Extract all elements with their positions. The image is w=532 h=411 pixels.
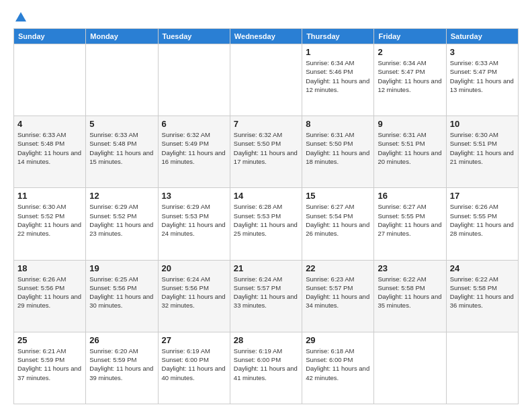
header (13, 11, 519, 23)
day-info: Sunrise: 6:22 AM Sunset: 5:58 PM Dayligh… (378, 275, 442, 310)
calendar-cell: 27Sunrise: 6:19 AM Sunset: 6:00 PM Dayli… (158, 332, 230, 404)
calendar-week-5: 25Sunrise: 6:21 AM Sunset: 5:59 PM Dayli… (14, 332, 519, 404)
page: SundayMondayTuesdayWednesdayThursdayFrid… (0, 0, 532, 411)
day-number: 2 (378, 47, 442, 57)
day-number: 16 (378, 191, 442, 201)
day-number: 20 (162, 263, 226, 273)
calendar-cell (14, 44, 86, 116)
day-info: Sunrise: 6:27 AM Sunset: 5:55 PM Dayligh… (378, 202, 442, 238)
day-info: Sunrise: 6:20 AM Sunset: 5:59 PM Dayligh… (89, 347, 154, 382)
day-number: 5 (89, 119, 154, 129)
calendar-cell: 13Sunrise: 6:29 AM Sunset: 5:53 PM Dayli… (158, 188, 230, 260)
day-info: Sunrise: 6:19 AM Sunset: 6:00 PM Dayligh… (234, 347, 298, 382)
day-info: Sunrise: 6:24 AM Sunset: 5:56 PM Dayligh… (162, 275, 226, 310)
day-info: Sunrise: 6:33 AM Sunset: 5:47 PM Dayligh… (450, 58, 515, 94)
day-info: Sunrise: 6:33 AM Sunset: 5:48 PM Dayligh… (17, 130, 82, 166)
calendar-cell (446, 332, 518, 404)
day-info: Sunrise: 6:26 AM Sunset: 5:55 PM Dayligh… (450, 202, 515, 238)
day-number: 22 (306, 263, 370, 273)
day-number: 7 (234, 119, 298, 129)
day-info: Sunrise: 6:32 AM Sunset: 5:49 PM Dayligh… (162, 130, 226, 166)
calendar-cell: 15Sunrise: 6:27 AM Sunset: 5:54 PM Dayli… (302, 188, 374, 260)
calendar-cell: 2Sunrise: 6:34 AM Sunset: 5:47 PM Daylig… (374, 44, 446, 116)
calendar-table: SundayMondayTuesdayWednesdayThursdayFrid… (13, 28, 519, 404)
calendar-week-2: 4Sunrise: 6:33 AM Sunset: 5:48 PM Daylig… (14, 116, 519, 188)
calendar-cell: 26Sunrise: 6:20 AM Sunset: 5:59 PM Dayli… (86, 332, 158, 404)
day-number: 8 (306, 119, 370, 129)
day-info: Sunrise: 6:28 AM Sunset: 5:53 PM Dayligh… (234, 202, 298, 238)
day-info: Sunrise: 6:22 AM Sunset: 5:58 PM Dayligh… (450, 275, 515, 310)
day-info: Sunrise: 6:32 AM Sunset: 5:50 PM Dayligh… (234, 130, 298, 166)
day-number: 4 (17, 119, 82, 129)
day-number: 23 (378, 263, 442, 273)
day-info: Sunrise: 6:19 AM Sunset: 6:00 PM Dayligh… (162, 347, 226, 382)
day-info: Sunrise: 6:24 AM Sunset: 5:57 PM Dayligh… (234, 275, 298, 310)
day-info: Sunrise: 6:34 AM Sunset: 5:47 PM Dayligh… (378, 58, 442, 94)
day-number: 19 (89, 263, 154, 273)
calendar-cell: 7Sunrise: 6:32 AM Sunset: 5:50 PM Daylig… (230, 116, 302, 188)
calendar-header-row: SundayMondayTuesdayWednesdayThursdayFrid… (14, 29, 519, 44)
day-info: Sunrise: 6:31 AM Sunset: 5:51 PM Dayligh… (378, 130, 442, 166)
calendar-header-friday: Friday (374, 29, 446, 44)
calendar-cell: 11Sunrise: 6:30 AM Sunset: 5:52 PM Dayli… (14, 188, 86, 260)
day-info: Sunrise: 6:25 AM Sunset: 5:56 PM Dayligh… (89, 275, 154, 310)
calendar-cell: 6Sunrise: 6:32 AM Sunset: 5:49 PM Daylig… (158, 116, 230, 188)
calendar-header-saturday: Saturday (446, 29, 518, 44)
calendar-cell: 21Sunrise: 6:24 AM Sunset: 5:57 PM Dayli… (230, 260, 302, 332)
calendar-cell: 23Sunrise: 6:22 AM Sunset: 5:58 PM Dayli… (374, 260, 446, 332)
day-info: Sunrise: 6:27 AM Sunset: 5:54 PM Dayligh… (306, 202, 370, 238)
day-info: Sunrise: 6:33 AM Sunset: 5:48 PM Dayligh… (89, 130, 154, 166)
calendar-header-thursday: Thursday (302, 29, 374, 44)
day-number: 15 (306, 191, 370, 201)
calendar-week-4: 18Sunrise: 6:26 AM Sunset: 5:56 PM Dayli… (14, 260, 519, 332)
day-number: 25 (17, 335, 82, 345)
day-number: 6 (162, 119, 226, 129)
calendar-cell: 22Sunrise: 6:23 AM Sunset: 5:57 PM Dayli… (302, 260, 374, 332)
day-info: Sunrise: 6:21 AM Sunset: 5:59 PM Dayligh… (17, 347, 82, 382)
calendar-cell: 9Sunrise: 6:31 AM Sunset: 5:51 PM Daylig… (374, 116, 446, 188)
day-info: Sunrise: 6:30 AM Sunset: 5:52 PM Dayligh… (17, 202, 82, 238)
calendar-cell: 12Sunrise: 6:29 AM Sunset: 5:52 PM Dayli… (86, 188, 158, 260)
calendar-cell: 14Sunrise: 6:28 AM Sunset: 5:53 PM Dayli… (230, 188, 302, 260)
calendar-header-monday: Monday (86, 29, 158, 44)
day-number: 10 (450, 119, 515, 129)
day-info: Sunrise: 6:23 AM Sunset: 5:57 PM Dayligh… (306, 275, 370, 310)
calendar-header-wednesday: Wednesday (230, 29, 302, 44)
calendar-cell: 19Sunrise: 6:25 AM Sunset: 5:56 PM Dayli… (86, 260, 158, 332)
day-number: 24 (450, 263, 515, 273)
calendar-cell: 3Sunrise: 6:33 AM Sunset: 5:47 PM Daylig… (446, 44, 518, 116)
calendar-cell: 8Sunrise: 6:31 AM Sunset: 5:50 PM Daylig… (302, 116, 374, 188)
day-number: 12 (89, 191, 154, 201)
calendar-week-3: 11Sunrise: 6:30 AM Sunset: 5:52 PM Dayli… (14, 188, 519, 260)
day-info: Sunrise: 6:31 AM Sunset: 5:50 PM Dayligh… (306, 130, 370, 166)
calendar-cell (374, 332, 446, 404)
day-number: 29 (306, 335, 370, 345)
calendar-cell (158, 44, 230, 116)
calendar-cell: 4Sunrise: 6:33 AM Sunset: 5:48 PM Daylig… (14, 116, 86, 188)
calendar-header-sunday: Sunday (14, 29, 86, 44)
day-info: Sunrise: 6:29 AM Sunset: 5:53 PM Dayligh… (162, 202, 226, 238)
calendar-cell: 29Sunrise: 6:18 AM Sunset: 6:00 PM Dayli… (302, 332, 374, 404)
calendar-cell (230, 44, 302, 116)
calendar-cell: 24Sunrise: 6:22 AM Sunset: 5:58 PM Dayli… (446, 260, 518, 332)
day-number: 28 (234, 335, 298, 345)
day-info: Sunrise: 6:30 AM Sunset: 5:51 PM Dayligh… (450, 130, 515, 166)
day-info: Sunrise: 6:29 AM Sunset: 5:52 PM Dayligh… (89, 202, 154, 238)
calendar-cell: 10Sunrise: 6:30 AM Sunset: 5:51 PM Dayli… (446, 116, 518, 188)
calendar-cell: 16Sunrise: 6:27 AM Sunset: 5:55 PM Dayli… (374, 188, 446, 260)
day-number: 11 (17, 191, 82, 201)
calendar-cell (86, 44, 158, 116)
calendar-cell: 5Sunrise: 6:33 AM Sunset: 5:48 PM Daylig… (86, 116, 158, 188)
calendar-cell: 28Sunrise: 6:19 AM Sunset: 6:00 PM Dayli… (230, 332, 302, 404)
day-number: 14 (234, 191, 298, 201)
svg-marker-0 (15, 12, 26, 21)
day-number: 13 (162, 191, 226, 201)
day-number: 9 (378, 119, 442, 129)
calendar-week-1: 1Sunrise: 6:34 AM Sunset: 5:46 PM Daylig… (14, 44, 519, 116)
calendar-cell: 1Sunrise: 6:34 AM Sunset: 5:46 PM Daylig… (302, 44, 374, 116)
logo (13, 11, 27, 23)
day-number: 21 (234, 263, 298, 273)
day-number: 1 (306, 47, 370, 57)
day-info: Sunrise: 6:18 AM Sunset: 6:00 PM Dayligh… (306, 347, 370, 382)
calendar-cell: 25Sunrise: 6:21 AM Sunset: 5:59 PM Dayli… (14, 332, 86, 404)
